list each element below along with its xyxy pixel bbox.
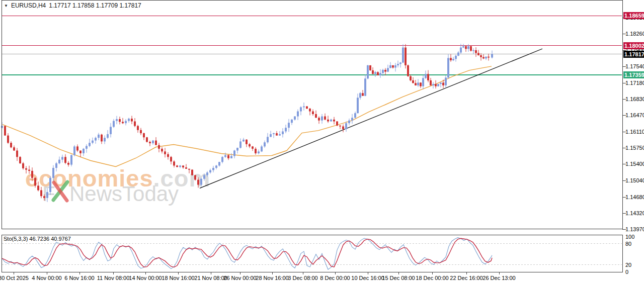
bear-candle <box>25 168 27 170</box>
bear-candle <box>31 171 33 178</box>
bull-candle <box>236 148 238 150</box>
bull-candle <box>92 141 94 143</box>
bear-candle <box>315 114 317 118</box>
bear-candle <box>430 80 432 85</box>
bull-candle <box>417 82 419 85</box>
bull-candle <box>179 165 181 167</box>
bull-candle <box>218 162 220 165</box>
symbol-dropdown-icon[interactable]: ▼ <box>4 4 8 8</box>
bull-candle <box>107 134 109 138</box>
price-badge: 1.18659 <box>623 12 644 19</box>
bull-candle <box>55 163 57 168</box>
bull-candle <box>467 46 469 49</box>
bull-candle <box>397 64 399 65</box>
stochastic-panel-frame[interactable] <box>2 235 622 272</box>
bull-candle <box>300 107 302 111</box>
price-tick-label: 1.16110 <box>625 129 644 135</box>
bear-candle <box>324 117 326 120</box>
bull-candle <box>445 77 447 85</box>
bear-candle <box>420 82 422 86</box>
bear-candle <box>137 126 139 130</box>
bull-candle <box>422 78 424 86</box>
bear-candle <box>197 180 199 185</box>
bull-candle <box>243 140 245 142</box>
bull-candle <box>432 84 434 85</box>
bull-candle <box>387 68 389 71</box>
bear-candle <box>442 82 444 85</box>
symbol-timeframe-label: EURUSD,H4 <box>11 2 46 9</box>
bull-candle <box>86 146 88 148</box>
bear-candle <box>101 135 103 142</box>
bull-candle <box>374 72 376 74</box>
bear-candle <box>252 146 254 149</box>
bear-candle <box>480 55 482 57</box>
price-tick-label: 1.16830 <box>625 96 644 103</box>
bull-candle <box>258 151 260 153</box>
bull-candle <box>455 56 457 59</box>
bull-candle <box>447 58 449 77</box>
price-tick-label: 1.18260 <box>625 31 644 37</box>
bear-candle <box>22 163 24 168</box>
bull-candle <box>104 138 106 141</box>
stochastic-axis-label: 100 <box>625 234 634 240</box>
bear-candle <box>158 145 160 149</box>
bear-candle <box>34 178 36 185</box>
watermark-line2-text: NewsToday <box>69 182 179 206</box>
bear-candle <box>76 146 78 150</box>
bull-candle <box>83 149 85 153</box>
bear-candle <box>28 170 30 171</box>
bull-candle <box>291 120 293 123</box>
bull-candle <box>73 146 75 155</box>
price-badge: 1.17359 <box>623 71 644 78</box>
bull-candle <box>351 118 353 120</box>
bull-candle <box>399 62 401 64</box>
bull-candle <box>379 73 381 75</box>
bull-candle <box>425 74 427 78</box>
price-badge: 1.17817 <box>623 51 644 58</box>
bull-candle <box>89 143 91 146</box>
bull-candle <box>264 142 266 146</box>
bear-candle <box>372 70 374 74</box>
bear-candle <box>405 48 407 65</box>
bear-candle <box>318 118 320 120</box>
bear-candle <box>327 120 329 122</box>
bear-candle <box>191 170 193 175</box>
price-tick-label: 1.15400 <box>625 161 644 167</box>
bull-candle <box>382 70 384 73</box>
bull-candle <box>224 155 226 157</box>
bear-candle <box>167 154 169 157</box>
bear-candle <box>410 76 412 80</box>
bull-candle <box>206 172 208 175</box>
bear-candle <box>146 137 148 142</box>
bull-candle <box>125 121 127 124</box>
bull-candle <box>200 179 202 185</box>
bear-candle <box>377 72 379 75</box>
bull-candle <box>270 134 272 137</box>
bull-candle <box>203 175 205 179</box>
price-tick-label: 1.14320 <box>625 210 644 217</box>
bull-candle <box>282 131 284 134</box>
chart-canvas[interactable]: economies.comFNewsToday <box>0 0 644 285</box>
bear-candle <box>309 109 311 111</box>
bear-candle <box>249 144 251 147</box>
bull-candle <box>359 93 361 98</box>
bear-candle <box>488 57 490 58</box>
bear-candle <box>170 157 172 161</box>
bull-candle <box>440 82 442 84</box>
bull-candle <box>294 117 296 120</box>
bear-candle <box>119 119 121 122</box>
bear-candle <box>67 163 69 165</box>
bear-candle <box>255 149 257 153</box>
bull-candle <box>285 128 287 131</box>
bull-candle <box>152 141 154 143</box>
bull-candle <box>389 65 391 68</box>
bear-candle <box>40 190 42 196</box>
bull-candle <box>98 135 100 138</box>
bull-candle <box>288 123 290 128</box>
bear-candle <box>19 157 21 163</box>
price-tick-label: 1.15040 <box>625 177 644 184</box>
bull-candle <box>303 107 305 108</box>
bull-candle <box>273 133 275 134</box>
price-tick-label: 1.14680 <box>625 194 644 201</box>
bear-candle <box>131 119 133 121</box>
